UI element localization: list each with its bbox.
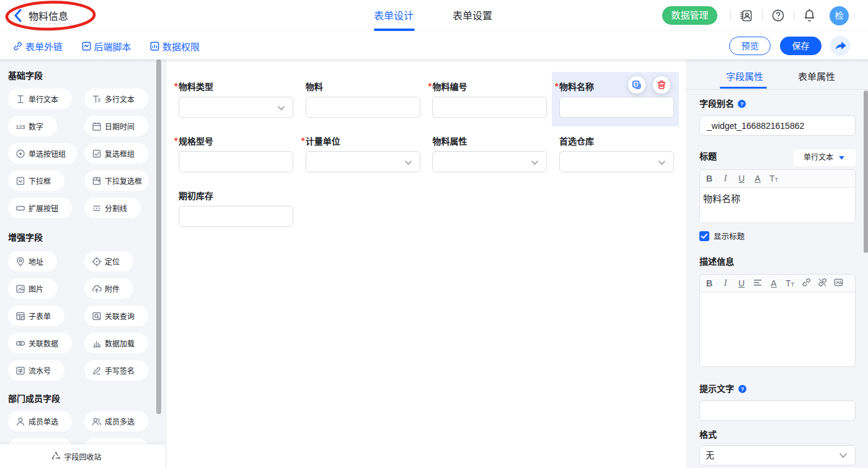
svg-text:?: ? <box>740 386 744 392</box>
svg-text:123: 123 <box>16 123 25 130</box>
svg-text:?: ? <box>740 101 744 107</box>
